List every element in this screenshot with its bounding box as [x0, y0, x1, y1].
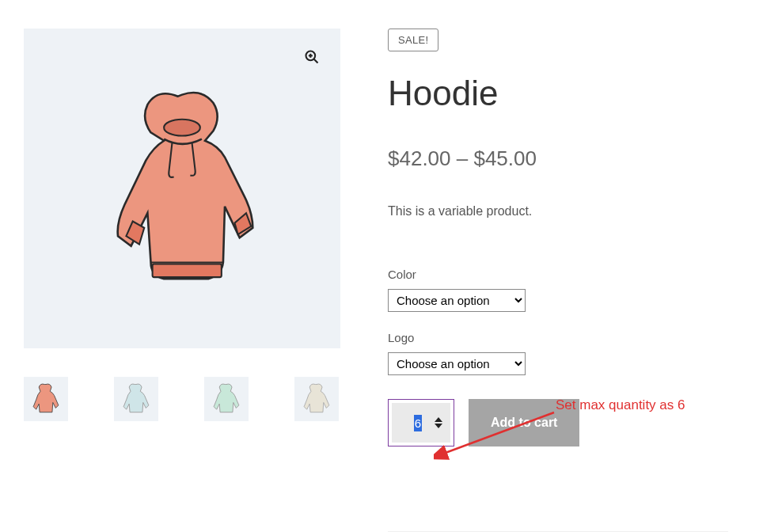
- thumbnail-3[interactable]: [204, 377, 249, 421]
- annotation-text: Set max quantity as 6: [556, 397, 685, 413]
- svg-line-3: [314, 59, 318, 63]
- product-description: This is a variable product.: [388, 204, 739, 218]
- logo-select[interactable]: Choose an option: [388, 352, 526, 375]
- quantity-value[interactable]: 6: [414, 415, 422, 431]
- thumbnail-1[interactable]: [24, 377, 68, 421]
- thumbnail-4[interactable]: [294, 377, 339, 421]
- quantity-up-icon[interactable]: [435, 417, 442, 422]
- svg-point-0: [164, 120, 200, 136]
- color-label: Color: [388, 268, 739, 281]
- quantity-down-icon[interactable]: [435, 424, 442, 428]
- thumbnail-2[interactable]: [114, 377, 158, 421]
- main-product-image[interactable]: [24, 28, 340, 348]
- product-gallery: [24, 28, 340, 446]
- quantity-spinner[interactable]: [435, 417, 442, 428]
- logo-label: Logo: [388, 331, 739, 344]
- thumbnail-row: [24, 377, 340, 421]
- price-range: $42.00 – $45.00: [388, 146, 739, 171]
- product-title: Hoodie: [388, 74, 739, 113]
- quantity-stepper[interactable]: 6: [388, 399, 454, 446]
- sale-badge: SALE!: [388, 28, 438, 51]
- svg-rect-1: [153, 264, 222, 278]
- zoom-icon[interactable]: [298, 43, 326, 71]
- color-select[interactable]: Choose an option: [388, 289, 526, 312]
- variation-color: Color Choose an option: [388, 268, 739, 312]
- product-details: SALE! Hoodie $42.00 – $45.00 This is a v…: [388, 28, 739, 446]
- variation-logo: Logo Choose an option: [388, 331, 739, 375]
- hoodie-illustration: [99, 82, 265, 295]
